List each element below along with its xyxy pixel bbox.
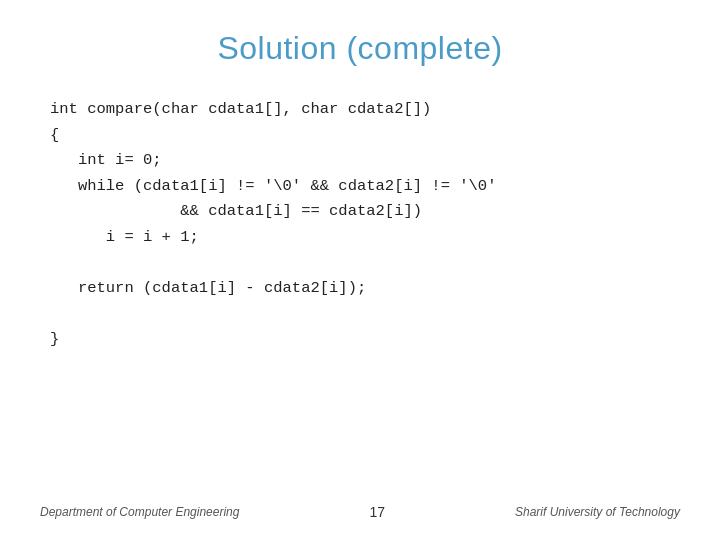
code-line-blank1	[50, 250, 680, 276]
footer-right: Sharif University of Technology	[515, 505, 680, 519]
code-line-5: && cdata1[i] == cdata2[i])	[50, 199, 680, 225]
code-line-1: int compare(char cdata1[], char cdata2[]…	[50, 97, 680, 123]
slide-title: Solution (complete)	[40, 30, 680, 67]
code-line-blank2	[50, 302, 680, 328]
code-block: int compare(char cdata1[], char cdata2[]…	[40, 97, 680, 496]
code-line-8: }	[50, 327, 680, 353]
footer: Department of Computer Engineering 17 Sh…	[40, 496, 680, 520]
code-line-2: {	[50, 123, 680, 149]
footer-center: 17	[369, 504, 385, 520]
slide: Solution (complete) int compare(char cda…	[0, 0, 720, 540]
code-line-4: while (cdata1[i] != '\0' && cdata2[i] !=…	[50, 174, 680, 200]
footer-left: Department of Computer Engineering	[40, 505, 239, 519]
code-line-3: int i= 0;	[50, 148, 680, 174]
code-line-7: return (cdata1[i] - cdata2[i]);	[50, 276, 680, 302]
code-line-6: i = i + 1;	[50, 225, 680, 251]
